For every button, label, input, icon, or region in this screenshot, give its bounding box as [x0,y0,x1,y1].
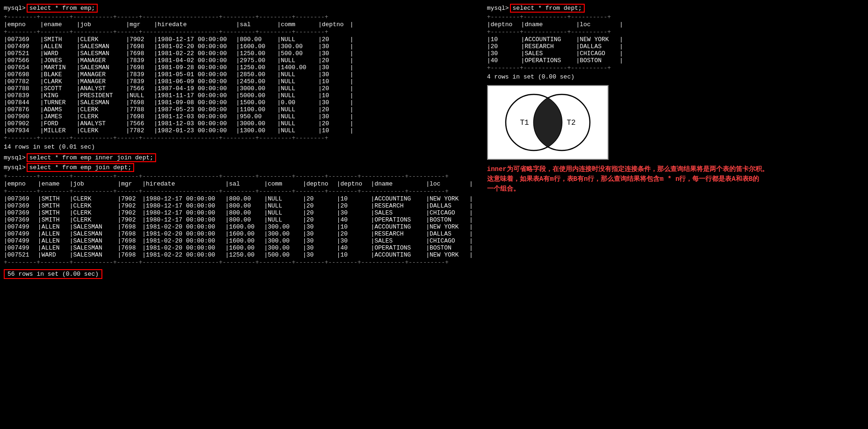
emp-row: | 007654 | MARTIN | SALESMAN | 7698 | 19… [4,64,473,71]
emp-rows: | 007369 | SMITH | CLERK | 7902 | 1980-1… [4,36,473,134]
left-panel: mysql> select * from emp; +--------+----… [4,4,482,279]
emp-row: | 007844 | TURNER | SALESMAN | 7698 | 19… [4,99,473,106]
t1-label: T1 [520,119,529,127]
join-header-row: | empno | ename | job | mgr | hiredate |… [4,180,473,187]
sep-emp-mid: +--------+--------+-----------+------+--… [4,29,473,36]
join-row: | 007499| ALLEN | SALESMAN | 7698 | 1981… [4,244,473,251]
dcol-dname-hdr: dname [524,21,576,28]
jcol-job-hdr: job [73,180,117,187]
emp-row: | 007499 | ALLEN | SALESMAN | 7698 | 198… [4,43,473,50]
join-row: | 007369| SMITH | CLERK | 7902 | 1980-12… [4,202,473,209]
jcol-sal-hdr: sal [229,180,264,187]
join-row: | 007499| ALLEN | SALESMAN | 7698 | 1981… [4,237,473,244]
emp-row: | 007521 | WARD | SALESMAN | 7698 | 1981… [4,50,473,57]
col-comm-hdr: comm [281,21,318,28]
dcol-loc-hdr: loc [580,21,619,28]
cmd-join1: select * from emp inner join dept; [27,153,156,162]
prompt-line-3: mysql> select * from emp join dept; [4,163,473,172]
jcol-mgr-hdr: mgr [121,180,142,187]
venn-svg: T1 T2 [492,87,604,157]
jcol-dname-hdr: dname [374,180,426,187]
dept-row: | 30 | SALES | CHICAGO | [487,50,864,57]
join-row: | 007499| ALLEN | SALESMAN | 7698 | 1981… [4,223,473,230]
prompt-label-3: mysql> [4,164,26,171]
sep-dept-top: +--------+------------+----------+ [487,14,864,21]
prompt-dept: mysql> select * from dept; [487,4,864,13]
emp-row: | 007698 | BLAKE | MANAGER | 7839 | 1981… [4,71,473,78]
join-row: | 007369| SMITH | CLERK | 7902 | 1980-12… [4,195,473,202]
emp-header-row: | empno | ename | job | mgr | hiredate |… [4,21,473,28]
join-row: | 007499| ALLEN | SALESMAN | 7698 | 1981… [4,230,473,237]
col-job-hdr: job [80,21,126,28]
dept-row: | 40 | OPERATIONS | BOSTON | [487,57,864,64]
emp-row: | 007788 | SCOTT | ANALYST | 7566 | 1987… [4,85,473,92]
t2-label: T2 [567,119,575,127]
emp-row: | 007839 | KING | PRESIDENT | NULL | 198… [4,92,473,99]
dept-row-count: 4 rows in set (0.00 sec) [487,73,864,80]
jcol-deptno1-hdr: deptno [307,180,337,187]
prompt-label-1: mysql> [4,5,26,12]
jcol-hiredate-hdr: hiredate [146,180,225,187]
annotation-line1: inner为可省略字段，在使用内连接时没有指定连接条件，那么查询结果将是两个表的… [487,164,864,174]
emp-row: | 007566 | JONES | MANAGER | 7839 | 1981… [4,57,473,64]
join-row: | 007369| SMITH | CLERK | 7902 | 1980-12… [4,209,473,216]
join-row-count-wrap: 56 rows in set (0.00 sec) [4,267,473,279]
join-rows: | 007369| SMITH | CLERK | 7902 | 1980-12… [4,195,473,258]
prompt-line-2: mysql> select * from emp inner join dept… [4,153,473,162]
sep-emp-bot: +--------+--------+-----------+------+--… [4,135,473,142]
col-hiredate-hdr: hiredate [158,21,236,28]
annotation-block: inner为可省略字段，在使用内连接时没有指定连接条件，那么查询结果将是两个表的… [487,164,864,194]
annotation-line2: 这意味着，如果表A有m行，表B有n行，那么查询结果将包含m * n行，每一行都是… [487,174,864,184]
jcol-deptno2-hdr: deptno [340,180,371,187]
sep-join-mid: +--------+--------+-----------+------+--… [4,188,473,195]
jcol-ename-hdr: ename [42,180,70,187]
cmd-dept: select * from dept; [510,4,585,13]
sep-join-bot: +--------+--------+-----------+------+--… [4,259,473,266]
col-mgr-hdr: mgr [129,21,154,28]
emp-row: | 007369 | SMITH | CLERK | 7902 | 1980-1… [4,36,473,43]
dept-row: | 10 | ACCOUNTING | NEW YORK | [487,36,864,43]
prompt-line-1: mysql> select * from emp; [4,4,473,13]
emp-row: | 007934 | MILLER | CLERK | 7782 | 1982-… [4,127,473,134]
dept-rows: | 10 | ACCOUNTING | NEW YORK || 20 | RES… [487,36,864,64]
cmd-emp: select * from emp; [27,4,98,13]
jcol-empno-hdr: empno [7,180,38,187]
dept-row: | 20 | RESEARCH | DALLAS | [487,43,864,50]
prompt-dept-label: mysql> [487,5,509,12]
dcol-deptno-hdr: deptno [491,21,521,28]
join-row: | 007521| WARD | SALESMAN | 7698 | 1981-… [4,251,473,258]
emp-row: | 007902 | FORD | ANALYST | 7566 | 1981-… [4,120,473,127]
emp-row: | 007876 | ADAMS | CLERK | 7788 | 1987-0… [4,106,473,113]
emp-row: | 007900 | JAMES | CLERK | 7698 | 1981-1… [4,113,473,120]
sep-join-top: +--------+--------+-----------+------+--… [4,173,473,180]
annotation-line3: 一个组合。 [487,184,864,194]
col-empno-hdr: empno [7,21,40,28]
col-ename-hdr: ename [44,21,77,28]
sep-emp-top: +--------+--------+-----------+------+--… [4,14,473,21]
sep-dept-bot: +--------+------------+----------+ [487,64,864,72]
emp-row-count: 14 rows in set (0.01 sec) [4,143,473,150]
jcol-comm-hdr: comm [268,180,303,187]
prompt-label-2: mysql> [4,154,26,161]
col-sal-hdr: sal [240,21,277,28]
emp-row: | 007782 | CLARK | MANAGER | 7839 | 1981… [4,78,473,85]
sep-dept-mid: +--------+------------+----------+ [487,29,864,36]
right-panel: mysql> select * from dept; +--------+---… [482,4,864,279]
cmd-join2: select * from emp join dept; [27,163,134,172]
dept-header-row: | deptno | dname | loc | [487,21,864,28]
jcol-loc-hdr: loc [430,180,469,187]
venn-diagram: T1 T2 [487,85,609,160]
join-row: | 007369| SMITH | CLERK | 7902 | 1980-12… [4,216,473,223]
join-row-count: 56 rows in set (0.00 sec) [4,269,102,279]
col-deptno-hdr: deptno [322,21,350,28]
